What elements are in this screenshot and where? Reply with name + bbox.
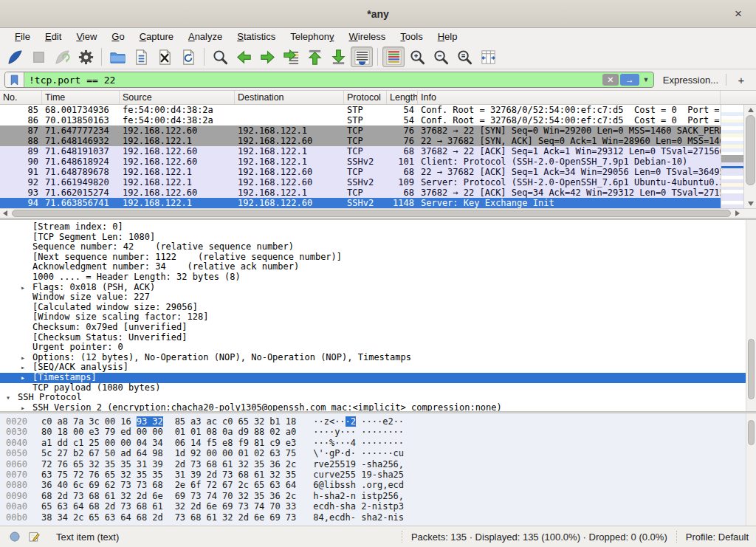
detail-line[interactable]: TCP payload (1080 bytes) [0, 383, 756, 393]
close-file-button[interactable] [154, 47, 176, 67]
hex-byte[interactable]: 35 [286, 469, 301, 480]
menu-go[interactable]: Go [104, 30, 131, 44]
menu-view[interactable]: View [69, 30, 104, 44]
hex-byte[interactable]: 3c [89, 416, 104, 427]
hex-byte[interactable]: 74 [254, 501, 269, 512]
hex-byte[interactable]: 27 [57, 448, 72, 458]
hex-byte[interactable]: 32 [238, 491, 253, 501]
hex-byte[interactable]: 32 [175, 501, 190, 512]
hex-byte[interactable]: 65 [73, 459, 89, 469]
column-header-no[interactable]: No. [0, 91, 42, 104]
detail-line[interactable]: ▸Options: (12 bytes), No-Operation (NOP)… [0, 353, 756, 363]
hex-byte[interactable]: 65 [105, 469, 120, 480]
find-packet-button[interactable] [209, 47, 231, 67]
hex-byte[interactable]: 00 [73, 427, 89, 437]
hex-byte[interactable]: 2d [105, 501, 120, 512]
hex-byte[interactable]: 32 [152, 416, 162, 427]
detail-line[interactable]: ▸SSH Version 2 (encryption:chacha20-poly… [0, 403, 756, 411]
detail-line[interactable]: Sequence number: 42 (relative sequence n… [0, 242, 756, 252]
hex-row-00a0[interactable]: 00a0656364682d736861322d6e6973747033ecdh… [0, 501, 756, 512]
hex-byte[interactable]: 35 [120, 459, 136, 469]
hex-byte[interactable]: 00 [120, 438, 136, 448]
hex-byte[interactable]: f9 [238, 438, 253, 448]
hex-byte[interactable]: 75 [286, 448, 301, 458]
hex-byte[interactable]: 73 [222, 469, 238, 480]
zoom-out-button[interactable] [430, 47, 452, 67]
zoom-reset-button[interactable] [453, 47, 475, 67]
hex-byte[interactable]: ac [207, 416, 222, 427]
hex-byte[interactable]: d9 [238, 427, 253, 437]
hex-byte[interactable]: 6e [254, 512, 269, 523]
hex-byte[interactable]: 35 [105, 459, 120, 469]
hex-byte[interactable]: 68 [190, 512, 206, 523]
hex-byte[interactable]: 5c [41, 448, 57, 458]
hex-row-00b0[interactable]: 00b038342c656364682d736861322d6e697384,e… [0, 512, 756, 523]
hex-row-0040[interactable]: 0040a1ddc125000004340614f5e8f981c9e3···%… [0, 438, 756, 448]
hex-byte[interactable]: c0 [222, 416, 238, 427]
colorize-button[interactable] [382, 47, 405, 67]
expand-down-icon[interactable]: ▾ [6, 393, 18, 403]
hex-byte[interactable]: 80 [41, 427, 57, 437]
hex-byte[interactable]: 93 [137, 416, 152, 427]
hex-byte[interactable]: 6e [207, 501, 222, 512]
menu-edit[interactable]: Edit [38, 30, 69, 44]
hex-byte[interactable]: b2 [73, 448, 89, 458]
profile-status[interactable]: Profile: Default [686, 531, 749, 543]
column-header-length[interactable]: Length [387, 91, 418, 104]
vscroll-thumb[interactable] [746, 115, 755, 185]
detail-line[interactable]: [Checksum Status: Unverified] [0, 333, 756, 343]
hex-byte[interactable]: 16 [120, 416, 136, 427]
hex-byte[interactable]: 32 [120, 469, 136, 480]
hex-byte[interactable]: 75 [57, 469, 72, 480]
hex-byte[interactable]: 62 [105, 480, 120, 490]
hex-byte[interactable]: 73 [120, 480, 136, 490]
hex-byte[interactable]: 31 [137, 459, 152, 469]
hex-byte[interactable]: 36 [269, 491, 285, 501]
hex-byte[interactable]: 2d [137, 491, 152, 501]
hex-byte[interactable]: 32 [269, 469, 285, 480]
packet-list-hscrollbar[interactable] [0, 208, 756, 218]
hex-byte[interactable]: 2d [152, 512, 168, 523]
expand-right-icon[interactable]: ▸ [21, 283, 32, 293]
hex-byte[interactable]: 00 [222, 448, 238, 458]
menu-wireless[interactable]: Wireless [342, 30, 394, 44]
column-header-source[interactable]: Source [120, 91, 235, 104]
close-icon[interactable]: × [729, 5, 747, 23]
hex-byte[interactable]: 73 [73, 491, 89, 501]
hex-byte[interactable]: 68 [137, 501, 152, 512]
hex-byte[interactable]: ed [120, 427, 136, 437]
hex-row-0020[interactable]: 0020c0a87a3c0016933285a3acc06532b118··z<… [0, 416, 756, 427]
hex-byte[interactable]: 35 [137, 469, 152, 480]
hex-byte[interactable]: dd [57, 438, 72, 448]
detail-line[interactable]: ▸[SEQ/ACK analysis] [0, 362, 756, 373]
hex-byte[interactable]: 76 [57, 459, 72, 469]
expression-button[interactable]: Expression... [663, 75, 718, 86]
hex-byte[interactable]: 70 [269, 501, 285, 512]
hex-byte[interactable]: c9 [269, 438, 285, 448]
expand-right-icon[interactable]: ▸ [21, 403, 32, 411]
menu-telephony[interactable]: Telephony [283, 30, 341, 44]
hex-row-0050[interactable]: 00505c27b26750ad64981d92000001026375\'·g… [0, 448, 756, 458]
hex-byte[interactable]: e3 [89, 427, 104, 437]
hex-byte[interactable]: e3 [286, 438, 301, 448]
go-to-bottom-button[interactable] [327, 47, 349, 67]
menu-tools[interactable]: Tools [393, 30, 430, 44]
hex-byte[interactable]: 02 [254, 448, 269, 458]
hex-byte[interactable]: 63 [269, 448, 285, 458]
hex-byte[interactable]: 2d [175, 459, 190, 469]
go-to-top-button[interactable] [303, 47, 326, 67]
hex-byte[interactable]: 61 [207, 512, 222, 523]
menu-file[interactable]: File [7, 30, 38, 44]
filter-bookmark-button[interactable] [5, 72, 24, 87]
hex-byte[interactable]: 74 [207, 491, 222, 501]
go-forward-button[interactable] [256, 47, 278, 67]
hex-byte[interactable]: 7a [73, 416, 89, 427]
hex-byte[interactable]: 2d [190, 501, 206, 512]
hex-byte[interactable]: 68 [238, 469, 253, 480]
hex-byte[interactable]: 63 [105, 512, 120, 523]
detail-line[interactable]: [Calculated window size: 29056] [0, 303, 756, 313]
hex-byte[interactable]: 25 [89, 438, 104, 448]
hex-byte[interactable]: 63 [57, 501, 72, 512]
packet-row-93[interactable]: 9371.662015274192.168.122.60192.168.122.… [0, 188, 721, 198]
hex-byte[interactable]: 36 [41, 480, 57, 490]
